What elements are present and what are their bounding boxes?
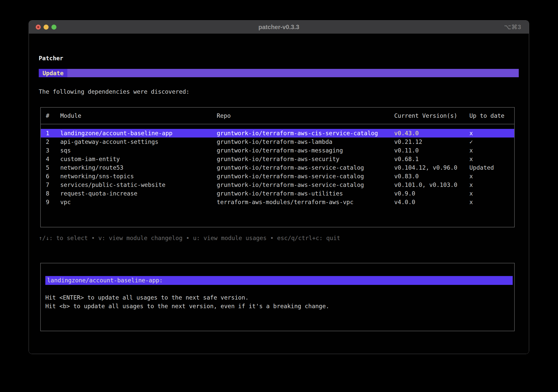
col-header-num: # (46, 111, 60, 120)
table-row[interactable]: 8request-quota-increasegruntwork-io/terr… (41, 189, 514, 198)
cell-module: networking/route53 (60, 163, 217, 172)
cell-version: v4.0.0 (394, 198, 469, 206)
cell-repo: gruntwork-io/terraform-aws-security (217, 155, 394, 163)
cell-version: v0.9.0 (394, 189, 469, 198)
col-header-version: Current Version(s) (394, 111, 469, 120)
dependencies-table: # Module Repo Current Version(s) Up to d… (40, 107, 515, 227)
cell-status: ✓ (469, 138, 514, 146)
cell-num: 7 (46, 181, 60, 189)
cell-version: v0.68.1 (394, 155, 469, 163)
selected-module-line: landingzone/account-baseline-app: (45, 276, 513, 285)
cell-num: 3 (46, 146, 60, 155)
cell-num: 4 (46, 155, 60, 163)
cell-repo: gruntwork-io/terraform-aws-messaging (217, 146, 394, 155)
close-button[interactable] (36, 25, 41, 30)
cell-status: x (469, 181, 514, 189)
cell-version: v0.104.12, v0.96.0 (394, 163, 469, 172)
window-shortcut-badge: ⌥⌘3 (504, 21, 521, 34)
table-row[interactable]: 3sqsgruntwork-io/terraform-aws-messaging… (41, 146, 514, 155)
cell-repo: gruntwork-io/terraform-aws-utilities (217, 189, 394, 198)
cell-module: api-gateway-account-settings (60, 138, 217, 146)
help-bar: ↑/↓: to select • v: view module changelo… (39, 234, 519, 242)
desktop-background: patcher-v0.3.3 ⌥⌘3 Patcher Update The fo… (0, 0, 558, 392)
cell-num: 5 (46, 163, 60, 172)
terminal-window: patcher-v0.3.3 ⌥⌘3 Patcher Update The fo… (29, 20, 529, 354)
cell-status: x (469, 146, 514, 155)
table-body: 1landingzone/account-baseline-appgruntwo… (41, 124, 514, 206)
zoom-button[interactable] (51, 25, 56, 30)
cell-num: 1 (46, 129, 60, 138)
cell-status: x (469, 198, 514, 206)
window-title: patcher-v0.3.3 (29, 24, 529, 31)
table-row[interactable]: 6networking/sns-topicsgruntwork-io/terra… (41, 172, 514, 181)
table-row[interactable]: 4custom-iam-entitygruntwork-io/terraform… (41, 155, 514, 163)
cell-repo: gruntwork-io/terraform-aws-service-catal… (217, 163, 394, 172)
cell-status: x (469, 189, 514, 198)
minimize-button[interactable] (44, 25, 49, 30)
cell-num: 8 (46, 189, 60, 198)
col-header-module: Module (60, 111, 217, 120)
table-header: # Module Repo Current Version(s) Up to d… (41, 108, 514, 124)
cell-repo: gruntwork-io/terraform-aws-cis-service-c… (217, 129, 394, 138)
intro-text: The following dependencies were discover… (39, 87, 519, 96)
cell-module: services/public-static-website (60, 181, 217, 189)
cell-status: x (469, 155, 514, 163)
cell-status: Updated (469, 163, 514, 172)
table-row[interactable]: 5networking/route53gruntwork-io/terrafor… (41, 163, 514, 172)
traffic-lights (29, 25, 56, 30)
table-row[interactable]: 9vpcterraform-aws-modules/terraform-aws-… (41, 198, 514, 206)
tab-bar: Update (39, 69, 519, 77)
table-row[interactable]: 2api-gateway-account-settingsgruntwork-i… (41, 138, 514, 146)
hint-b: Hit <b> to update all usages to the next… (45, 302, 514, 310)
cell-module: networking/sns-topics (60, 172, 217, 181)
table-row[interactable]: 7services/public-static-websitegruntwork… (41, 181, 514, 189)
hint-enter: Hit <ENTER> to update all usages to the … (45, 293, 514, 302)
table-row[interactable]: 1landingzone/account-baseline-appgruntwo… (41, 129, 514, 138)
detail-panel: landingzone/account-baseline-app: Hit <E… (40, 263, 515, 331)
tab-bar-fill (67, 69, 519, 77)
app-heading: Patcher (39, 54, 519, 63)
cell-module: custom-iam-entity (60, 155, 217, 163)
cell-num: 2 (46, 138, 60, 146)
col-header-uptodate: Up to date (469, 111, 514, 120)
cell-version: v0.101.0, v0.103.0 (394, 181, 469, 189)
cell-repo: gruntwork-io/terraform-aws-lambda (217, 138, 394, 146)
cell-status: x (469, 172, 514, 181)
cell-module: sqs (60, 146, 217, 155)
cell-repo: terraform-aws-modules/terraform-aws-vpc (217, 198, 394, 206)
cell-version: v0.11.0 (394, 146, 469, 155)
tab-update[interactable]: Update (39, 69, 67, 77)
cell-version: v0.43.0 (394, 129, 469, 138)
cell-version: v0.83.0 (394, 172, 469, 181)
cell-num: 6 (46, 172, 60, 181)
cell-module: landingzone/account-baseline-app (60, 129, 217, 138)
cell-module: request-quota-increase (60, 189, 217, 198)
detail-hints: Hit <ENTER> to update all usages to the … (45, 293, 514, 310)
cell-repo: gruntwork-io/terraform-aws-service-catal… (217, 172, 394, 181)
cell-repo: gruntwork-io/terraform-aws-service-catal… (217, 181, 394, 189)
cell-status: x (469, 129, 514, 138)
titlebar[interactable]: patcher-v0.3.3 ⌥⌘3 (29, 21, 529, 34)
terminal-content: Patcher Update The following dependencie… (29, 34, 529, 354)
cell-num: 9 (46, 198, 60, 206)
cell-module: vpc (60, 198, 217, 206)
cell-version: v0.21.12 (394, 138, 469, 146)
col-header-repo: Repo (217, 111, 394, 120)
